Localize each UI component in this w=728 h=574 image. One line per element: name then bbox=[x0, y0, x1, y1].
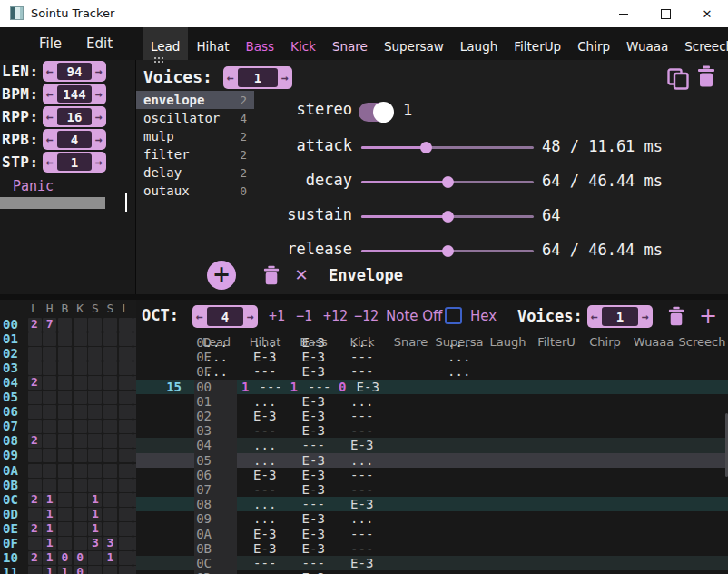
maximize-button[interactable] bbox=[644, 0, 686, 27]
order-cell[interactable] bbox=[103, 318, 117, 332]
pattern-cell[interactable]: ... bbox=[338, 394, 387, 409]
pattern-cell[interactable]: --- bbox=[338, 350, 387, 364]
order-cell[interactable] bbox=[103, 508, 117, 521]
order-cell[interactable] bbox=[58, 405, 72, 419]
order-cell[interactable] bbox=[58, 449, 72, 462]
tab-hihat[interactable]: Hihat bbox=[188, 27, 237, 60]
track-header-snare[interactable]: Snare bbox=[387, 335, 436, 349]
stepper-increase-arrow-icon[interactable]: → bbox=[92, 84, 106, 104]
pattern-cell[interactable]: ... bbox=[338, 570, 387, 574]
order-cell[interactable] bbox=[103, 361, 117, 375]
pattern-cell[interactable]: ... bbox=[241, 497, 290, 511]
order-cell[interactable] bbox=[28, 566, 42, 574]
order-cell[interactable] bbox=[88, 376, 102, 390]
pattern-cell[interactable]: E-3 bbox=[290, 527, 339, 541]
order-cell[interactable] bbox=[88, 391, 102, 404]
order-cell[interactable] bbox=[103, 479, 117, 492]
order-cell[interactable] bbox=[74, 434, 87, 448]
pattern-cell[interactable]: --- bbox=[241, 423, 290, 438]
transpose-button-+12[interactable]: +12 bbox=[323, 308, 348, 324]
stepper-increase-arrow-icon[interactable]: → bbox=[92, 61, 106, 82]
stepper-decrease-arrow-icon[interactable]: ← bbox=[43, 129, 57, 150]
close-button[interactable]: ✕ bbox=[686, 0, 728, 27]
order-cell[interactable] bbox=[119, 391, 133, 404]
order-cell[interactable] bbox=[119, 566, 133, 574]
transpose-button-−12[interactable]: −12 bbox=[354, 308, 379, 324]
track-header-hihat[interactable]: Hihat bbox=[241, 335, 290, 349]
order-cell[interactable] bbox=[119, 449, 133, 462]
pattern-cell[interactable]: ... bbox=[435, 350, 484, 364]
stereo-toggle[interactable] bbox=[359, 103, 392, 122]
pattern-cell[interactable]: E-3 bbox=[241, 527, 290, 541]
stepper-increase-arrow-icon[interactable]: → bbox=[278, 66, 292, 89]
pattern-cell[interactable]: ... bbox=[192, 350, 241, 364]
order-cell[interactable] bbox=[28, 332, 42, 346]
order-cell[interactable] bbox=[88, 449, 102, 462]
attack-slider[interactable] bbox=[361, 146, 534, 149]
order-cell[interactable] bbox=[119, 405, 133, 419]
pattern-cell[interactable]: ... bbox=[241, 453, 290, 468]
pattern-cell[interactable]: E-3 bbox=[241, 409, 290, 423]
order-cell[interactable] bbox=[103, 391, 117, 404]
order-cell[interactable] bbox=[43, 361, 56, 375]
order-cell[interactable] bbox=[74, 318, 87, 332]
octave-stepper[interactable]: ←4→ bbox=[192, 305, 258, 328]
transpose-button-+1[interactable]: +1 bbox=[269, 308, 285, 324]
track-header-screech[interactable]: Screech bbox=[678, 335, 727, 349]
track-header-wuaaa[interactable]: Wuaaa bbox=[629, 335, 678, 349]
pattern-cell[interactable]: E-3 bbox=[290, 423, 339, 438]
stepper-increase-arrow-icon[interactable]: → bbox=[92, 152, 106, 173]
order-cell[interactable] bbox=[88, 551, 102, 565]
pattern-cell[interactable]: ... bbox=[435, 364, 484, 379]
pattern-cell[interactable]: E-3 bbox=[290, 394, 339, 409]
order-cell[interactable] bbox=[74, 332, 87, 346]
order-cell[interactable] bbox=[74, 479, 87, 492]
order-cell[interactable] bbox=[119, 522, 133, 536]
stepper-increase-arrow-icon[interactable]: → bbox=[243, 305, 258, 328]
order-cell[interactable] bbox=[103, 405, 117, 419]
tab-wuaaa[interactable]: Wuaaa bbox=[618, 27, 676, 60]
stepper-decrease-arrow-icon[interactable]: ← bbox=[223, 66, 238, 89]
tab-lead[interactable]: Lead bbox=[143, 27, 188, 60]
order-cell[interactable] bbox=[58, 493, 72, 507]
panic-button[interactable]: Panic bbox=[13, 178, 54, 194]
pattern-cell[interactable]: --- bbox=[338, 423, 387, 438]
stepper-decrease-arrow-icon[interactable]: ← bbox=[43, 152, 57, 173]
order-cell[interactable] bbox=[119, 376, 133, 390]
sustain-slider[interactable] bbox=[361, 215, 534, 218]
song-progress-bar[interactable] bbox=[0, 197, 105, 209]
order-cell[interactable] bbox=[43, 449, 56, 462]
pattern-cell[interactable]: --- bbox=[338, 364, 387, 379]
order-cell[interactable] bbox=[74, 537, 87, 550]
order-cell[interactable] bbox=[58, 522, 72, 536]
pattern-cell[interactable]: --- bbox=[338, 527, 387, 541]
pattern-cell[interactable]: --- bbox=[290, 556, 339, 570]
order-cell[interactable] bbox=[103, 522, 117, 536]
decay-slider[interactable] bbox=[361, 181, 534, 183]
order-cell[interactable] bbox=[119, 420, 133, 433]
order-cell[interactable] bbox=[103, 434, 117, 448]
pattern-cell[interactable]: ... bbox=[338, 511, 387, 526]
pattern-cell[interactable]: ... bbox=[241, 511, 290, 526]
order-cell[interactable] bbox=[43, 347, 56, 361]
order-cell[interactable] bbox=[74, 522, 87, 536]
order-cell[interactable] bbox=[103, 464, 117, 478]
order-cell[interactable] bbox=[28, 464, 42, 478]
order-cell[interactable] bbox=[88, 318, 102, 332]
stepper-decrease-arrow-icon[interactable]: ← bbox=[192, 305, 207, 328]
pattern-cell[interactable]: --- bbox=[241, 482, 290, 497]
order-cell[interactable] bbox=[43, 376, 56, 390]
order-cell[interactable] bbox=[119, 551, 133, 565]
track-header-laugh[interactable]: Laugh bbox=[484, 335, 533, 349]
order-cell[interactable] bbox=[88, 434, 102, 448]
pattern-cell[interactable]: E-3 bbox=[290, 541, 339, 556]
pattern-cell[interactable]: ... bbox=[241, 438, 290, 452]
tab-bass[interactable]: Bass bbox=[237, 27, 282, 60]
track-header-lead[interactable]: Lead bbox=[192, 335, 241, 349]
order-cell[interactable] bbox=[28, 420, 42, 433]
order-cell[interactable] bbox=[119, 464, 133, 478]
order-cell[interactable] bbox=[43, 391, 56, 404]
stepper-increase-arrow-icon[interactable]: → bbox=[638, 305, 653, 328]
stepper-decrease-arrow-icon[interactable]: ← bbox=[43, 84, 57, 104]
tab-kick[interactable]: Kick bbox=[282, 27, 324, 60]
